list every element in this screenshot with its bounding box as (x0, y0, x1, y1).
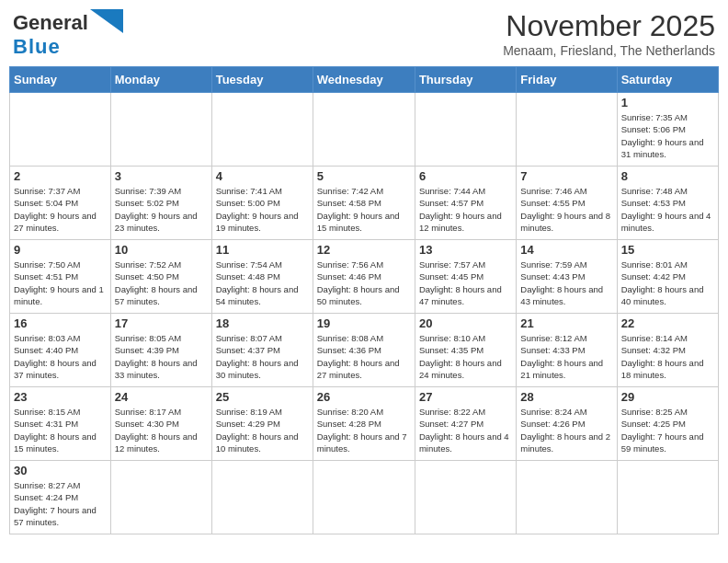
day-number: 7 (520, 169, 612, 183)
empty-cell (415, 93, 516, 167)
empty-cell (110, 461, 211, 534)
day-number: 25 (216, 390, 309, 404)
logo-blue-text: Blue (13, 35, 61, 58)
logo: General Blue (13, 9, 123, 59)
day-cell-7: 7Sunrise: 7:46 AMSunset: 4:55 PMDaylight… (517, 167, 617, 240)
day-info: Sunrise: 7:35 AMSunset: 5:06 PMDaylight:… (621, 111, 714, 160)
day-cell-20: 20Sunrise: 8:10 AMSunset: 4:35 PMDayligh… (415, 314, 516, 387)
day-cell-23: 23Sunrise: 8:15 AMSunset: 4:31 PMDayligh… (10, 387, 111, 461)
day-info: Sunrise: 8:25 AMSunset: 4:25 PMDaylight:… (621, 406, 714, 454)
empty-cell (517, 461, 617, 534)
day-cell-27: 27Sunrise: 8:22 AMSunset: 4:27 PMDayligh… (415, 387, 516, 461)
day-number: 2 (14, 169, 107, 183)
calendar-table: SundayMondayTuesdayWednesdayThursdayFrid… (9, 66, 719, 534)
page-header: General Blue November 2025 Menaam, Fries… (9, 9, 719, 59)
day-number: 11 (216, 243, 309, 257)
week-row-2: 2Sunrise: 7:37 AMSunset: 5:04 PMDaylight… (10, 167, 719, 240)
day-info: Sunrise: 8:10 AMSunset: 4:35 PMDaylight:… (419, 332, 512, 381)
day-number: 28 (520, 390, 612, 404)
day-info: Sunrise: 7:50 AMSunset: 4:51 PMDaylight:… (14, 259, 107, 307)
day-cell-17: 17Sunrise: 8:05 AMSunset: 4:39 PMDayligh… (110, 314, 211, 387)
day-info: Sunrise: 7:44 AMSunset: 4:57 PMDaylight:… (419, 185, 512, 234)
day-number: 27 (419, 390, 512, 404)
day-info: Sunrise: 8:14 AMSunset: 4:32 PMDaylight:… (621, 332, 714, 381)
empty-cell (110, 93, 211, 167)
day-cell-25: 25Sunrise: 8:19 AMSunset: 4:29 PMDayligh… (211, 387, 313, 461)
day-number: 24 (115, 390, 208, 404)
weekday-header-row: SundayMondayTuesdayWednesdayThursdayFrid… (10, 67, 719, 93)
empty-cell (517, 93, 617, 167)
day-info: Sunrise: 8:17 AMSunset: 4:30 PMDaylight:… (115, 406, 208, 454)
day-info: Sunrise: 8:24 AMSunset: 4:26 PMDaylight:… (520, 406, 612, 454)
day-number: 12 (317, 243, 411, 257)
day-info: Sunrise: 8:07 AMSunset: 4:37 PMDaylight:… (216, 332, 309, 381)
day-info: Sunrise: 8:12 AMSunset: 4:33 PMDaylight:… (520, 332, 612, 381)
day-number: 20 (419, 316, 512, 330)
day-number: 18 (216, 316, 309, 330)
day-info: Sunrise: 8:03 AMSunset: 4:40 PMDaylight:… (14, 332, 107, 381)
day-number: 29 (621, 390, 714, 404)
day-number: 3 (115, 169, 208, 183)
day-number: 22 (621, 316, 714, 330)
title-block: November 2025 Menaam, Friesland, The Net… (503, 9, 715, 58)
day-number: 15 (621, 243, 714, 257)
day-info: Sunrise: 8:08 AMSunset: 4:36 PMDaylight:… (317, 332, 411, 381)
day-cell-22: 22Sunrise: 8:14 AMSunset: 4:32 PMDayligh… (617, 314, 718, 387)
day-info: Sunrise: 7:37 AMSunset: 5:04 PMDaylight:… (14, 185, 107, 234)
day-cell-10: 10Sunrise: 7:52 AMSunset: 4:50 PMDayligh… (110, 240, 211, 314)
day-cell-12: 12Sunrise: 7:56 AMSunset: 4:46 PMDayligh… (313, 240, 415, 314)
day-cell-28: 28Sunrise: 8:24 AMSunset: 4:26 PMDayligh… (517, 387, 617, 461)
svg-marker-0 (90, 9, 123, 33)
day-number: 13 (419, 243, 512, 257)
day-number: 26 (317, 390, 411, 404)
day-number: 23 (14, 390, 107, 404)
month-title: November 2025 (503, 9, 715, 43)
week-row-6: 30Sunrise: 8:27 AMSunset: 4:24 PMDayligh… (10, 461, 719, 534)
day-info: Sunrise: 7:41 AMSunset: 5:00 PMDaylight:… (216, 185, 309, 234)
day-number: 19 (317, 316, 411, 330)
logo-blue-icon (90, 9, 123, 33)
week-row-5: 23Sunrise: 8:15 AMSunset: 4:31 PMDayligh… (10, 387, 719, 461)
day-number: 5 (317, 169, 411, 183)
day-number: 1 (621, 96, 714, 109)
day-info: Sunrise: 7:42 AMSunset: 4:58 PMDaylight:… (317, 185, 411, 234)
day-number: 17 (115, 316, 208, 330)
empty-cell (313, 461, 415, 534)
day-info: Sunrise: 7:52 AMSunset: 4:50 PMDaylight:… (115, 259, 208, 307)
day-cell-29: 29Sunrise: 8:25 AMSunset: 4:25 PMDayligh… (617, 387, 718, 461)
empty-cell (211, 461, 313, 534)
day-cell-5: 5Sunrise: 7:42 AMSunset: 4:58 PMDaylight… (313, 167, 415, 240)
weekday-header-thursday: Thursday (415, 67, 516, 93)
day-info: Sunrise: 8:01 AMSunset: 4:42 PMDaylight:… (621, 259, 714, 307)
day-cell-15: 15Sunrise: 8:01 AMSunset: 4:42 PMDayligh… (617, 240, 718, 314)
day-number: 8 (621, 169, 714, 183)
day-info: Sunrise: 7:57 AMSunset: 4:45 PMDaylight:… (419, 259, 512, 307)
day-cell-16: 16Sunrise: 8:03 AMSunset: 4:40 PMDayligh… (10, 314, 111, 387)
day-cell-21: 21Sunrise: 8:12 AMSunset: 4:33 PMDayligh… (517, 314, 617, 387)
weekday-header-monday: Monday (110, 67, 211, 93)
day-info: Sunrise: 7:48 AMSunset: 4:53 PMDaylight:… (621, 185, 714, 234)
weekday-header-friday: Friday (517, 67, 617, 93)
day-cell-2: 2Sunrise: 7:37 AMSunset: 5:04 PMDaylight… (10, 167, 111, 240)
day-cell-30: 30Sunrise: 8:27 AMSunset: 4:24 PMDayligh… (10, 461, 111, 534)
week-row-1: 1Sunrise: 7:35 AMSunset: 5:06 PMDaylight… (10, 93, 719, 167)
empty-cell (211, 93, 313, 167)
empty-cell (313, 93, 415, 167)
day-cell-18: 18Sunrise: 8:07 AMSunset: 4:37 PMDayligh… (211, 314, 313, 387)
day-info: Sunrise: 7:39 AMSunset: 5:02 PMDaylight:… (115, 185, 208, 234)
empty-cell (415, 461, 516, 534)
day-cell-26: 26Sunrise: 8:20 AMSunset: 4:28 PMDayligh… (313, 387, 415, 461)
day-info: Sunrise: 8:05 AMSunset: 4:39 PMDaylight:… (115, 332, 208, 381)
day-cell-1: 1Sunrise: 7:35 AMSunset: 5:06 PMDaylight… (617, 93, 718, 167)
day-info: Sunrise: 8:19 AMSunset: 4:29 PMDaylight:… (216, 406, 309, 454)
day-cell-3: 3Sunrise: 7:39 AMSunset: 5:02 PMDaylight… (110, 167, 211, 240)
weekday-header-tuesday: Tuesday (211, 67, 313, 93)
day-number: 21 (520, 316, 612, 330)
day-number: 4 (216, 169, 309, 183)
day-cell-4: 4Sunrise: 7:41 AMSunset: 5:00 PMDaylight… (211, 167, 313, 240)
day-info: Sunrise: 8:20 AMSunset: 4:28 PMDaylight:… (317, 406, 411, 454)
week-row-4: 16Sunrise: 8:03 AMSunset: 4:40 PMDayligh… (10, 314, 719, 387)
day-cell-19: 19Sunrise: 8:08 AMSunset: 4:36 PMDayligh… (313, 314, 415, 387)
day-info: Sunrise: 7:46 AMSunset: 4:55 PMDaylight:… (520, 185, 612, 234)
weekday-header-sunday: Sunday (10, 67, 111, 93)
